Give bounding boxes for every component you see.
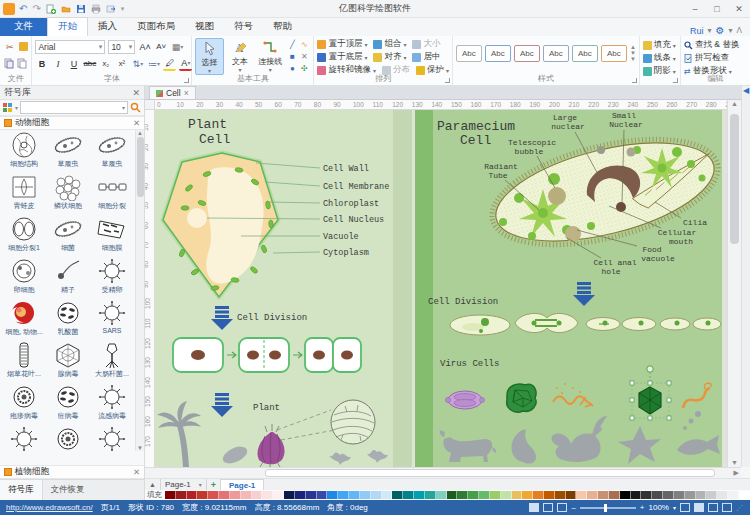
font-name-combo[interactable]: Arial▾ — [35, 40, 105, 54]
label-small-nuclear-1[interactable]: Small — [612, 111, 636, 120]
bring-to-front-button[interactable]: 置于顶层▾ — [317, 38, 367, 50]
vertical-scrollbar[interactable]: ▲ ▼ — [727, 100, 741, 467]
palette-swatch[interactable] — [403, 491, 414, 499]
symbol-item[interactable]: 鳞状细胞 — [46, 174, 90, 216]
palette-swatch[interactable] — [230, 491, 241, 499]
palette-swatch[interactable] — [652, 491, 663, 499]
symbol-item[interactable]: 流感病毒 — [90, 384, 134, 426]
style-preset-1[interactable]: Abc — [456, 45, 482, 62]
palette-swatch[interactable] — [349, 491, 360, 499]
select-tool-button[interactable]: 选择▾ — [195, 38, 223, 75]
plant-title-line2[interactable]: Cell — [199, 132, 230, 147]
styles-dialog-launcher-icon[interactable] — [632, 78, 637, 83]
collapse-ribbon-icon[interactable]: ᐱ — [737, 26, 742, 35]
paramecium-title-line2[interactable]: Cell — [460, 133, 491, 148]
symbol-item[interactable]: 细胞分裂 — [90, 174, 134, 216]
zoom-out-icon[interactable]: – — [571, 503, 575, 512]
palette-swatch[interactable] — [457, 491, 468, 499]
tab-file-recovery[interactable]: 文件恢复 — [43, 480, 93, 500]
font-dialog-launcher-icon[interactable] — [184, 78, 189, 83]
superscript-button[interactable]: x² — [115, 57, 128, 71]
send-to-back-button[interactable]: 置于底层▾ — [317, 51, 367, 63]
symbol-item[interactable]: 痘病毒 — [46, 384, 90, 426]
palette-swatch[interactable] — [598, 491, 609, 499]
gear-caret-icon[interactable]: ▾ — [729, 26, 733, 35]
group-button[interactable]: 组合▾ — [373, 38, 406, 50]
symbol-item[interactable]: 腺病毒 — [46, 342, 90, 384]
settings-gear-icon[interactable]: ⚙ — [716, 25, 725, 36]
palette-swatch[interactable] — [717, 491, 728, 499]
right-panel-strip[interactable]: ◀ — [741, 86, 750, 467]
palette-swatch[interactable] — [620, 491, 631, 499]
library-icon[interactable] — [3, 103, 13, 113]
small-nucleus[interactable] — [616, 202, 626, 212]
paramecium-page[interactable]: Paramecium Cell — [415, 110, 727, 467]
tab-home[interactable]: 开始 — [47, 17, 88, 36]
strikethrough-button[interactable]: abc — [83, 57, 96, 71]
user-name[interactable]: Rui — [690, 26, 704, 36]
palette-swatch[interactable] — [555, 491, 566, 499]
search-icon[interactable] — [130, 102, 141, 113]
zoom-slider-knob[interactable] — [604, 504, 607, 512]
symbol-item[interactable] — [46, 426, 90, 451]
print-icon[interactable] — [91, 4, 101, 14]
palette-swatch[interactable] — [327, 491, 338, 499]
label-cellular-mouth-1[interactable]: Cellular — [658, 228, 697, 237]
symbol-item[interactable]: 细胞, 动物... — [2, 300, 46, 342]
palette-swatch[interactable] — [663, 491, 674, 499]
palette-swatch[interactable] — [241, 491, 252, 499]
plant-division-sequence[interactable] — [173, 338, 361, 372]
palette-swatch[interactable] — [165, 491, 176, 499]
close-document-icon[interactable]: × — [184, 88, 189, 98]
symbol-item[interactable]: 精子 — [46, 258, 90, 300]
rect-tool-icon[interactable]: ■ — [290, 52, 295, 61]
symbol-item[interactable]: 草履虫 — [90, 132, 134, 174]
hscroll-thumb[interactable] — [265, 469, 715, 477]
palette-swatch[interactable] — [360, 491, 371, 499]
palette-swatch[interactable] — [533, 491, 544, 499]
export-icon[interactable] — [106, 4, 116, 14]
palette-swatch[interactable] — [739, 491, 750, 499]
label-large-nuclear-1[interactable]: Large — [553, 113, 577, 122]
plant-label[interactable]: Plant — [253, 403, 280, 413]
palette-swatch[interactable] — [468, 491, 479, 499]
page-tab-active[interactable]: Page-1 — [220, 479, 264, 490]
scroll-up-icon[interactable]: ▲ — [731, 100, 738, 107]
label-large-nuclear-2[interactable]: nuclear — [551, 122, 585, 131]
scroll-down-icon[interactable]: ▼ — [137, 445, 143, 451]
palette-swatch[interactable] — [382, 491, 393, 499]
curve-tool-icon[interactable]: ∿ — [301, 40, 308, 49]
fill-button[interactable]: 填充▾ — [643, 39, 677, 51]
section-header-animal-cells[interactable]: 动物细胞 ✕ — [0, 116, 144, 130]
view-full-icon[interactable] — [557, 503, 567, 512]
connector-tool-button[interactable]: 连接线▾ — [256, 38, 284, 75]
label-cellular-mouth-2[interactable]: mouth — [669, 237, 693, 246]
tab-insert[interactable]: 插入 — [88, 18, 127, 36]
edrawsoft-link[interactable]: http://www.edrawsoft.cn/ — [6, 503, 93, 512]
label-food-vacuole-2[interactable]: vacuole — [641, 254, 675, 263]
symbol-item[interactable]: 疱疹病毒 — [2, 384, 46, 426]
green-blob-virus[interactable] — [507, 384, 536, 412]
palette-swatch[interactable] — [566, 491, 577, 499]
plant-division-label[interactable]: Cell Division — [237, 313, 307, 323]
rotation-handle[interactable] — [647, 366, 653, 372]
redo-icon[interactable]: ↷ — [32, 4, 40, 14]
symbol-item[interactable]: 细胞分裂1 — [2, 216, 46, 258]
shrink-font-icon[interactable]: A˅ — [155, 40, 168, 54]
save-icon[interactable] — [76, 4, 86, 14]
scrollbar-thumb[interactable] — [137, 137, 144, 197]
symbol-item[interactable]: 受精卵 — [90, 258, 134, 300]
drawing-canvas[interactable]: Plant Cell — [155, 110, 727, 467]
palette-swatch[interactable] — [197, 491, 208, 499]
shadow-button[interactable]: 阴影▾ — [643, 65, 677, 77]
view-page-icon[interactable] — [543, 503, 553, 512]
symbol-item[interactable] — [90, 426, 134, 451]
line-tool-icon[interactable]: ╱ — [290, 40, 295, 49]
palette-swatch[interactable] — [187, 491, 198, 499]
horizontal-scrollbar[interactable]: ▶ — [145, 467, 741, 478]
palette-swatch[interactable] — [674, 491, 685, 499]
label-cell-anal-2[interactable]: hole — [601, 267, 620, 276]
symbol-item[interactable]: 乳酸菌 — [46, 300, 90, 342]
document-tab-cell[interactable]: Cell × — [149, 86, 196, 99]
palette-swatch[interactable] — [576, 491, 587, 499]
